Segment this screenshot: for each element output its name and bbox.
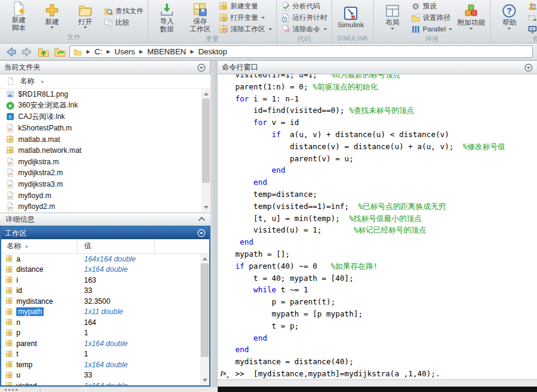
file-item[interactable]: fxkShortestPath.m bbox=[0, 123, 201, 134]
parallel-button[interactable]: Parallel bbox=[410, 24, 454, 34]
button-label: 打开 bbox=[79, 18, 93, 26]
file-item[interactable]: fxmydijkstra2.m bbox=[0, 167, 201, 179]
document-icon bbox=[7, 77, 15, 86]
value-column-header[interactable]: 值 bbox=[77, 239, 155, 253]
workspace-row[interactable]: mypath1x11 double bbox=[1, 307, 200, 318]
preferences-button[interactable]: 预设 bbox=[410, 1, 454, 11]
svg-text:fx: fx bbox=[221, 369, 227, 376]
scroll-up-icon[interactable] bbox=[200, 254, 209, 263]
workspace-row[interactable]: n164 bbox=[1, 317, 200, 328]
browse-folder-button[interactable] bbox=[53, 46, 67, 58]
breadcrumb-segment[interactable]: Desktop bbox=[198, 47, 227, 56]
scrollbar-thumb[interactable] bbox=[202, 98, 210, 183]
panel-menu-icon[interactable] bbox=[197, 229, 206, 237]
variable-value: 163 bbox=[77, 276, 96, 284]
workspace-row[interactable]: visited1x164 double bbox=[1, 381, 200, 385]
addons-button[interactable]: 附加功能 bbox=[455, 4, 487, 31]
workspace-row[interactable]: mydistance32.3500 bbox=[1, 296, 200, 307]
file-name: mydijkstra2.m bbox=[18, 169, 63, 177]
file-list-header[interactable]: 名称 ▲ bbox=[0, 74, 210, 89]
button-label: 分析代码 bbox=[293, 2, 321, 11]
code-line: end bbox=[235, 236, 537, 248]
up-folder-button[interactable] bbox=[37, 46, 50, 58]
simulink-button[interactable]: Simulink bbox=[335, 6, 366, 29]
panel-divider[interactable] bbox=[210, 60, 218, 387]
svg-text:e: e bbox=[9, 103, 12, 109]
file-item[interactable]: $RD1R8L1.png bbox=[0, 89, 201, 100]
scrollbar-thumb[interactable] bbox=[201, 263, 209, 357]
scroll-down-icon[interactable] bbox=[201, 204, 210, 213]
workspace-row[interactable]: p1 bbox=[1, 328, 200, 339]
breadcrumb-segment[interactable]: Users bbox=[114, 47, 135, 56]
file-item[interactable]: fxmyfloyd2.m bbox=[0, 201, 201, 213]
command-window-hscrollbar[interactable] bbox=[218, 379, 537, 387]
code-line: parent(1:n) = 0; %前驱顶点的初始化 bbox=[235, 81, 537, 93]
open-button[interactable]: 打开 bbox=[70, 3, 101, 31]
workspace-row[interactable]: distance1x164 double bbox=[1, 265, 200, 275]
name-column-header[interactable]: 名称 ▲ bbox=[1, 239, 77, 253]
button-label: 运行并计时 bbox=[293, 13, 328, 22]
community-button[interactable]: 社区 bbox=[527, 1, 537, 11]
file-item[interactable]: fxmydijkstra.m bbox=[0, 156, 201, 168]
request-support-button[interactable]: 请求支持 bbox=[527, 12, 537, 23]
button-label: 比较 bbox=[116, 18, 129, 27]
details-section-header[interactable]: 详细信息 bbox=[0, 213, 210, 226]
save-workspace-button[interactable]: 保存工作区 bbox=[184, 2, 216, 33]
new-script-button[interactable]: 新建脚本 bbox=[3, 1, 34, 32]
workspace-row[interactable]: id33 bbox=[1, 286, 200, 297]
forward-button[interactable] bbox=[21, 46, 34, 58]
button-label: 数据 bbox=[160, 25, 174, 33]
analyze-code-button[interactable]: 分析代码 bbox=[280, 1, 329, 11]
help-icon: ? bbox=[502, 4, 516, 18]
file-item[interactable]: matlab.a.mat bbox=[0, 133, 201, 145]
file-item[interactable]: fxmydijkstra3.m bbox=[0, 179, 201, 190]
workspace-scrollbar[interactable] bbox=[200, 254, 209, 385]
breadcrumb[interactable]: ▶C:▶Users▶MBENBEN▶Desktop bbox=[70, 45, 533, 58]
back-button[interactable] bbox=[4, 46, 18, 58]
new-variable-button[interactable]: 新建变量 bbox=[218, 1, 273, 11]
variable-name: temp bbox=[16, 361, 33, 369]
workspace-row[interactable]: a164x164 double bbox=[1, 254, 200, 265]
file-item[interactable]: e360安全浏览器.lnk bbox=[0, 100, 201, 112]
variable-name: t bbox=[16, 350, 18, 358]
scroll-up-icon[interactable] bbox=[201, 89, 210, 98]
compare-button[interactable]: 比较 bbox=[103, 17, 145, 28]
clear-commands-button[interactable]: 清除命令 bbox=[280, 24, 329, 34]
panel-menu-icon[interactable] bbox=[197, 63, 206, 72]
fx-icon[interactable]: fx bbox=[220, 368, 232, 379]
workspace-row[interactable]: t1 bbox=[1, 349, 200, 360]
nav-buttons bbox=[4, 46, 67, 58]
scroll-down-icon[interactable] bbox=[200, 376, 209, 385]
command-window-output[interactable]: visited(1)=1; u=1; %u为最新的标号顶点parent(1:n)… bbox=[218, 74, 537, 379]
variable-icon bbox=[5, 371, 13, 379]
button-label: 查找文件 bbox=[116, 7, 143, 16]
run-and-time-button[interactable]: 运行并计时 bbox=[280, 12, 329, 23]
breadcrumb-segment[interactable]: MBENBEN bbox=[147, 47, 186, 56]
up-folder-icon bbox=[37, 46, 50, 58]
back-icon bbox=[4, 46, 18, 58]
ribbon-section-label: 资源 bbox=[490, 34, 537, 43]
workspace-row[interactable]: i163 bbox=[1, 275, 200, 286]
file-item[interactable]: matlab.network.mat bbox=[0, 145, 201, 156]
code-line: distance(v) = distance(u) + a(u, v); %修改… bbox=[235, 141, 537, 153]
panel-menu-icon[interactable] bbox=[524, 63, 533, 72]
file-list-scrollbar[interactable] bbox=[201, 89, 210, 213]
set-path-button[interactable]: 设置路径 bbox=[410, 12, 454, 23]
workspace-row[interactable]: u33 bbox=[1, 370, 200, 381]
dropdown-caret-icon bbox=[391, 28, 394, 31]
open-variable-button[interactable]: 打开变量 bbox=[218, 12, 273, 23]
button-label: 打开变量 bbox=[230, 13, 258, 22]
workspace-row[interactable]: temp1x164 double bbox=[1, 359, 200, 370]
help-button[interactable]: ?帮助 bbox=[493, 4, 525, 31]
clear-workspace-button[interactable]: 清除工作区 bbox=[218, 24, 273, 34]
new-button[interactable]: 新建 bbox=[36, 3, 68, 31]
command-window-title: 命令行窗口 bbox=[222, 62, 258, 72]
find-files-button[interactable]: 查找文件 bbox=[103, 5, 145, 16]
workspace-row[interactable]: parent1x164 double bbox=[1, 338, 200, 349]
breadcrumb-segment[interactable]: C: bbox=[94, 47, 102, 56]
layout-button[interactable]: 布局 bbox=[377, 4, 408, 31]
file-item[interactable]: CCAJ云阅读.lnk bbox=[0, 111, 201, 123]
file-item[interactable]: fxmyfloyd.m bbox=[0, 190, 201, 201]
import-data-button[interactable]: 导入数据 bbox=[151, 2, 183, 33]
learn-matlab-button[interactable]: 了解 MATLAB bbox=[527, 24, 537, 34]
